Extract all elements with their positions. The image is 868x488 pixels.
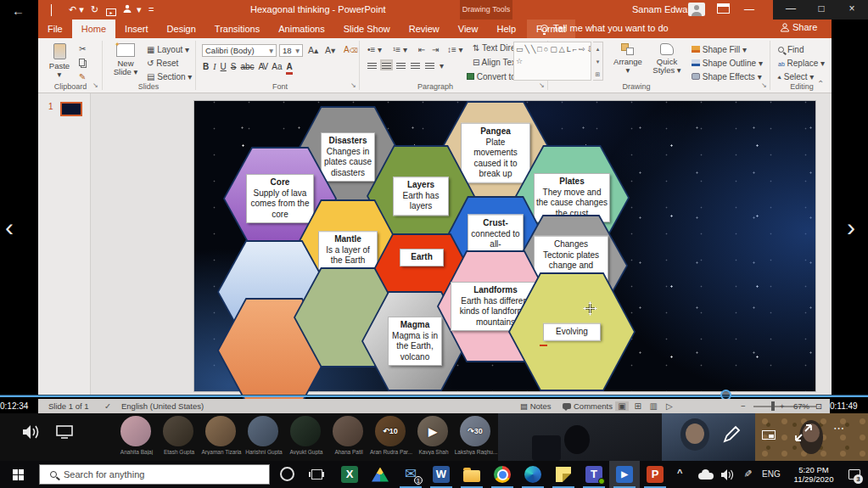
shape-glyph[interactable]: L [567, 45, 573, 53]
language-switcher[interactable]: ENG [762, 469, 781, 479]
decrease-indent-icon[interactable]: ⇤ [418, 45, 425, 55]
qat-dropdown-icon[interactable]: ▾ [137, 3, 142, 15]
presenter-icon[interactable] [123, 4, 132, 16]
taskbar-app-drive[interactable] [365, 461, 395, 488]
search-input[interactable]: Search for anything [39, 464, 270, 485]
font-dialog-launcher[interactable]: ↘ [350, 81, 356, 89]
font-style-a[interactable]: A [286, 62, 292, 75]
next-chevron-icon[interactable]: › [847, 215, 855, 240]
paste-button[interactable]: Paste▾ [45, 43, 74, 79]
shape-glyph[interactable]: □ [537, 45, 543, 53]
hexagon-label-core[interactable]: CoreSupply of lava comes from the core [246, 174, 314, 223]
drawing-dialog-launcher[interactable]: ↘ [761, 81, 767, 89]
participant[interactable]: Aryaman Tizaria [205, 416, 238, 446]
shape-glyph[interactable]: ⇩ [587, 45, 592, 53]
shape-glyph[interactable]: ▢ [550, 45, 559, 53]
ribbon-display-options-icon[interactable] [717, 3, 730, 14]
undo-icon[interactable]: ↶ ▾ [69, 3, 84, 15]
tab-help[interactable]: Help [487, 20, 525, 38]
shrink-font-icon[interactable]: A▾ [325, 45, 335, 55]
zoom-level[interactable]: 67% [793, 401, 809, 411]
restore-button[interactable]: □ [810, 3, 832, 14]
hexagon-label-magma[interactable]: MagmaMagma is in the Earth, volcano [388, 317, 442, 366]
collapse-ribbon-icon[interactable]: ⌃ [817, 79, 824, 89]
previous-chevron-icon[interactable]: ‹ [5, 215, 14, 240]
participant[interactable]: Avyukt Gupta [290, 416, 322, 446]
rewind-10-icon[interactable]: ↶10 [375, 416, 406, 446]
cut-icon[interactable]: ✂ [79, 44, 86, 54]
increase-indent-icon[interactable]: ⇥ [432, 45, 439, 55]
find-button[interactable]: Find [778, 45, 804, 55]
tell-me-box[interactable]: Tell me what you want to do [540, 23, 669, 33]
play-icon[interactable]: ▶ [417, 416, 448, 446]
fit-to-window-icon[interactable]: ⊡ [815, 401, 822, 411]
back-arrow-icon[interactable]: ← [12, 3, 25, 18]
zoom-slider-thumb[interactable] [771, 401, 775, 411]
zoom-out-icon[interactable]: − [741, 401, 746, 411]
participant[interactable]: ↷30Lakshya Raghu... [460, 416, 492, 446]
line-spacing-icon[interactable]: ↕≡ ▾ [447, 45, 463, 55]
slide-sorter-view-icon[interactable]: ⊞ [631, 401, 645, 411]
minimize-button[interactable]: — [780, 3, 802, 14]
spellcheck-icon[interactable]: ✓ [104, 401, 111, 411]
language-indicator[interactable]: English (United States) [121, 401, 204, 411]
taskbar-app-movies-tv[interactable]: ▶ [609, 461, 640, 488]
clear-formatting-icon[interactable]: A⌫ [344, 45, 358, 56]
shape-glyph[interactable]: △ [559, 45, 567, 53]
font-style-u[interactable]: U [221, 62, 227, 72]
video-tile-3[interactable]: ⋯ [755, 413, 868, 461]
font-style-i[interactable]: I [213, 62, 216, 72]
pen-icon[interactable]: ✎ [742, 469, 753, 478]
tab-file[interactable]: File [38, 20, 72, 38]
participant[interactable]: Harishni Gupta [248, 416, 280, 446]
redo-icon[interactable]: ↻ [91, 3, 98, 15]
playback-progress-bar[interactable] [0, 395, 868, 397]
hexagon-label-earth[interactable]: Earth [400, 249, 444, 266]
tab-design[interactable]: Design [158, 20, 205, 38]
picture-in-picture-icon[interactable] [762, 430, 776, 440]
video-tile-2[interactable] [662, 413, 755, 461]
taskbar-app-word[interactable]: W [426, 461, 456, 488]
app-minimize-icon[interactable]: — [744, 3, 754, 15]
reset-button[interactable]: ↺ Reset [147, 59, 178, 69]
volume-icon[interactable] [22, 424, 41, 440]
taskbar-app-teams[interactable]: T [579, 461, 609, 488]
align-center-icon[interactable] [382, 61, 391, 69]
tab-home[interactable]: Home [72, 20, 115, 38]
forward-30-icon[interactable]: ↷30 [460, 416, 490, 446]
shapes-gallery-scroll[interactable]: ▴▾⊞ [593, 42, 603, 81]
taskbar-app-sticky-notes[interactable] [548, 461, 579, 488]
shape-glyph[interactable]: ▭ [516, 45, 525, 53]
taskbar-app-powerpoint[interactable]: P [640, 461, 670, 488]
more-options-icon[interactable]: ⋯ [833, 422, 845, 435]
screen-share-icon[interactable] [56, 425, 73, 439]
tab-transitions[interactable]: Transitions [205, 20, 269, 38]
close-button[interactable]: × [841, 3, 863, 14]
cortana-icon[interactable] [280, 467, 294, 481]
section-button[interactable]: ▤ Section ▾ [147, 72, 192, 82]
tab-slide-show[interactable]: Slide Show [334, 20, 400, 38]
hexagon-label-mantle[interactable]: MantleIs a layer of the Earth [318, 231, 378, 270]
bullets-icon[interactable]: •≡ ▾ [367, 45, 382, 55]
participant[interactable]: Anahita Bajaj [120, 416, 153, 446]
font-style-s[interactable]: S [231, 62, 237, 72]
normal-view-icon[interactable]: ▣ [615, 401, 629, 411]
copy-icon[interactable] [79, 59, 85, 69]
taskbar-app-explorer[interactable] [456, 461, 487, 488]
tray-expand-icon[interactable]: ^ [677, 468, 682, 478]
taskbar-app-mail[interactable]: ✉1 [395, 461, 426, 488]
shape-glyph[interactable]: ╲ [525, 45, 531, 53]
grow-font-icon[interactable]: A▴ [308, 45, 318, 55]
onedrive-icon[interactable] [698, 473, 714, 480]
zoom-in-icon[interactable]: + [780, 401, 785, 411]
font-style-abc[interactable]: abc [240, 62, 254, 72]
replace-button[interactable]: ab Replace ▾ [778, 59, 825, 70]
participant[interactable]: Ahana Patil [333, 416, 365, 446]
shape-glyph[interactable]: ⌐ [573, 45, 579, 53]
video-tile-1[interactable] [498, 413, 662, 461]
shape-outline-button[interactable]: Shape Outline ▾ [692, 59, 763, 69]
new-slide-button[interactable]: ✦ New Slide ▾ [109, 43, 143, 76]
comments-button[interactable]: Comments [563, 401, 613, 411]
align-right-icon[interactable] [396, 61, 406, 69]
format-painter-icon[interactable]: ✎ [79, 72, 86, 82]
